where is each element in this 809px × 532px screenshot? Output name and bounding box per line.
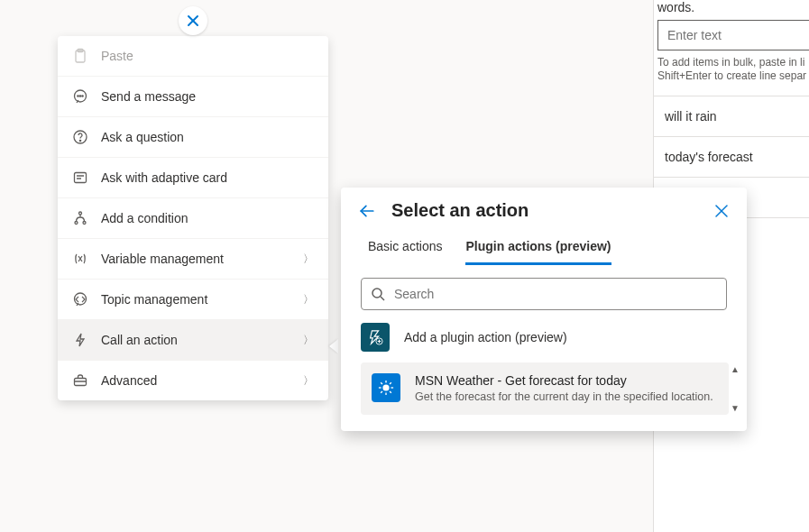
menu-item-variable[interactable]: Variable management〉 [58,239,328,280]
svg-point-6 [79,96,80,96]
menu-item-clipboard: Paste [58,36,328,77]
add-plugin-label: Add a plugin action (preview) [404,330,567,344]
search-input[interactable] [392,286,717,302]
plugin-item-title: MSN Weather - Get forecast for today [415,373,713,388]
chevron-right-icon: 〉 [303,252,314,267]
menu-item-label: Ask a question [101,130,314,144]
menu-item-toolbox[interactable]: Advanced〉 [58,361,328,400]
menu-item-label: Topic management [101,292,290,307]
plugin-item-msn-weather[interactable]: MSN Weather - Get forecast for today Get… [361,362,729,415]
menu-item-label: Add a condition [101,211,314,225]
menu-item-label: Ask with adaptive card [101,170,314,185]
question-icon [72,129,88,145]
flyout-pointer [329,339,338,353]
toolbox-icon [72,372,88,389]
menu-item-topic[interactable]: Topic management〉 [58,280,328,320]
menu-item-card[interactable]: Ask with adaptive card [58,158,328,198]
menu-item-question[interactable]: Ask a question [58,117,328,158]
tab-basic-actions[interactable]: Basic actions [368,239,442,265]
menu-item-chat[interactable]: Send a message [58,77,328,117]
select-action-flyout: Select an action Basic actions Plugin ac… [341,188,747,431]
svg-line-35 [390,382,391,384]
scroll-down-icon[interactable]: ▼ [731,403,740,413]
svg-point-9 [79,140,80,141]
trigger-phrase-item[interactable]: will it rain [654,96,809,137]
menu-item-label: Paste [101,49,314,63]
svg-point-22 [372,289,382,298]
weather-icon [372,373,400,402]
svg-line-23 [381,297,384,300]
flyout-title: Select an action [391,200,714,221]
svg-point-13 [79,212,82,215]
menu-item-flash[interactable]: Call an action〉 [58,320,328,361]
svg-point-15 [83,222,86,225]
close-node-button[interactable] [179,6,207,35]
svg-point-27 [382,384,389,390]
trigger-phrase-input[interactable] [657,20,809,50]
svg-rect-10 [75,173,87,183]
branch-icon [72,210,88,226]
svg-line-32 [381,382,382,384]
chevron-right-icon: 〉 [303,292,314,307]
search-input-wrap[interactable] [361,278,727,310]
chevron-right-icon: 〉 [303,373,314,389]
variable-icon [72,251,88,267]
trigger-phrase-item[interactable]: today's forecast [654,137,809,178]
tab-plugin-actions[interactable]: Plugin actions (preview) [465,239,611,265]
svg-point-5 [78,96,78,96]
card-icon [72,170,88,186]
side-hint: words. [654,0,809,20]
chevron-right-icon: 〉 [303,333,314,348]
add-plugin-action[interactable]: Add a plugin action (preview) [341,310,747,355]
side-small-2: Shift+Enter to create line separ [654,69,809,83]
plugin-item-desc: Get the forecast for the current day in … [415,390,713,404]
clipboard-icon [72,48,88,64]
svg-point-7 [82,96,83,96]
svg-line-33 [390,391,391,393]
topic-icon [72,291,88,307]
svg-point-14 [75,222,78,225]
menu-item-label: Call an action [101,333,290,347]
menu-item-label: Advanced [101,373,290,388]
back-icon[interactable] [359,203,375,219]
search-icon [371,287,385,301]
scroll-up-icon[interactable]: ▲ [731,364,740,374]
menu-item-label: Send a message [101,89,314,104]
add-plugin-icon [361,323,390,352]
svg-line-34 [381,391,382,393]
flash-icon [72,332,88,348]
close-icon[interactable] [714,204,729,218]
menu-item-label: Variable management [101,252,290,266]
add-node-menu: PasteSend a messageAsk a questionAsk wit… [58,36,328,400]
chat-icon [72,88,88,105]
close-icon [186,14,200,28]
menu-item-branch[interactable]: Add a condition [58,198,328,239]
side-small-1: To add items in bulk, paste in li [654,56,809,69]
